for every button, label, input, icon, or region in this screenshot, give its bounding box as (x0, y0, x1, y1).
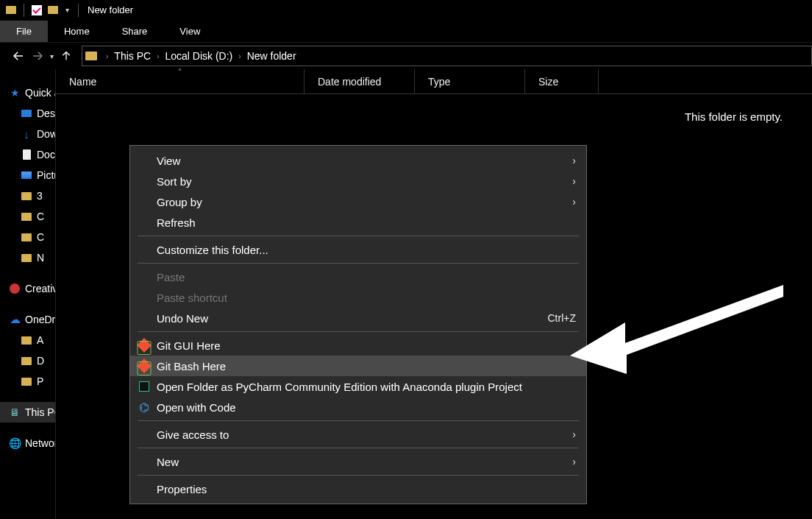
onedrive-icon: ☁ (9, 314, 21, 325)
chevron-right-icon[interactable]: › (234, 52, 245, 60)
sidebar-pictures[interactable]: Pictures (0, 165, 55, 186)
ribbon-tabs: File Home Share View (0, 21, 812, 43)
git-icon (138, 359, 151, 373)
chevron-right-icon: › (572, 428, 576, 440)
sidebar-desktop[interactable]: Desktop (0, 103, 55, 124)
sidebar-item-label: Creative Cloud (25, 283, 55, 294)
ctx-item-label: Git GUI Here (157, 339, 576, 352)
sidebar-folder[interactable]: C (0, 206, 55, 227)
sidebar-item-label: Desktop (37, 107, 55, 119)
ctx-view[interactable]: View › (130, 150, 586, 171)
menu-separator (138, 420, 579, 421)
ctx-item-label: Give access to (157, 428, 572, 441)
titlebar: ▾ New folder (0, 0, 812, 21)
ctx-item-label: Open with Code (157, 401, 576, 414)
sidebar-quick-access[interactable]: ★ Quick access (0, 82, 55, 103)
ctx-git-bash[interactable]: Git Bash Here (130, 356, 586, 376)
ctx-item-label: New (157, 456, 572, 468)
ctx-paste-shortcut: Paste shortcut (130, 287, 586, 308)
ctx-item-label: Paste shortcut (157, 292, 576, 304)
network-icon: 🌐 (9, 437, 21, 449)
chevron-right-icon: › (572, 196, 576, 208)
folder-icon (21, 231, 32, 243)
ctx-group-by[interactable]: Group by › (130, 191, 586, 212)
ctx-properties[interactable]: Properties (130, 479, 586, 499)
sidebar: ★ Quick access Desktop ↓ Downloads Docum… (0, 69, 56, 519)
star-icon: ★ (9, 87, 21, 99)
sidebar-item-label: Downloads (37, 128, 55, 140)
chevron-right-icon[interactable]: › (152, 52, 163, 60)
folder-icon (4, 4, 18, 17)
nav-up-button[interactable] (58, 48, 74, 64)
empty-folder-message: This folder is empty. (685, 110, 783, 123)
ctx-new[interactable]: New › (130, 451, 586, 472)
sidebar-downloads[interactable]: ↓ Downloads (0, 124, 55, 144)
sidebar-onedrive[interactable]: ☁ OneDrive (0, 309, 55, 330)
column-header-type[interactable]: Type (415, 69, 525, 93)
sidebar-item-label: C (37, 211, 44, 222)
nav-history-dropdown-icon[interactable]: ▾ (49, 52, 55, 60)
desktop-icon (21, 107, 32, 119)
sidebar-folder[interactable]: P (0, 371, 55, 392)
folder-icon (21, 190, 32, 202)
folder-icon (21, 375, 32, 387)
ctx-undo-new[interactable]: Undo New Ctrl+Z (130, 308, 586, 328)
document-icon (21, 149, 32, 160)
menu-separator (138, 475, 579, 476)
nav-back-button[interactable] (10, 48, 26, 64)
nav-forward-button[interactable] (29, 48, 46, 64)
column-headers: ˄ Name Date modified Type Size (56, 69, 812, 94)
ctx-item-label: Properties (157, 483, 576, 495)
sidebar-item-label: 3 (37, 190, 43, 202)
folder-icon (21, 355, 32, 367)
chevron-right-icon[interactable]: › (102, 52, 113, 60)
breadcrumb-item[interactable]: Local Disk (D:) (165, 50, 232, 62)
column-header-label: Size (538, 76, 558, 88)
ctx-item-label: Git Bash Here (157, 360, 576, 373)
ctx-pycharm[interactable]: Open Folder as PyCharm Community Edition… (130, 376, 586, 397)
breadcrumb[interactable]: › This PC › Local Disk (D:) › New folder (82, 46, 812, 66)
column-header-label: Type (428, 76, 450, 88)
ctx-give-access[interactable]: Give access to › (130, 424, 586, 445)
tab-home[interactable]: Home (48, 21, 106, 42)
column-header-size[interactable]: Size (525, 69, 599, 93)
tab-view[interactable]: View (163, 21, 216, 42)
sidebar-folder[interactable]: D (0, 350, 55, 371)
ctx-item-label: Paste (157, 271, 576, 283)
column-header-label: Name (69, 76, 96, 88)
qat-dropdown-icon[interactable]: ▾ (63, 6, 72, 14)
ctx-vscode[interactable]: ⌬ Open with Code (130, 397, 586, 417)
sidebar-folder[interactable]: 3 (0, 186, 55, 206)
tab-file[interactable]: File (0, 21, 48, 42)
sidebar-creative-cloud[interactable]: Creative Cloud (0, 278, 55, 299)
sidebar-documents[interactable]: Documents (0, 144, 55, 165)
properties-icon[interactable] (30, 4, 43, 17)
sort-asc-icon: ˄ (178, 68, 182, 76)
column-header-name[interactable]: ˄ Name (56, 69, 304, 93)
sidebar-item-label: Quick access (25, 87, 55, 99)
ctx-customize-folder[interactable]: Customize this folder... (130, 239, 586, 260)
ctx-item-label: Group by (157, 196, 572, 208)
pc-icon: 🖥 (9, 406, 21, 418)
sidebar-item-label: Documents (37, 149, 55, 160)
sidebar-network[interactable]: 🌐 Network (0, 433, 55, 453)
ctx-sort-by[interactable]: Sort by › (130, 171, 586, 191)
ctx-item-shortcut: Ctrl+Z (548, 312, 577, 324)
chevron-right-icon: › (572, 155, 576, 166)
pictures-icon (21, 169, 32, 181)
sidebar-this-pc[interactable]: 🖥 This PC (0, 402, 55, 423)
breadcrumb-item[interactable]: This PC (114, 50, 151, 62)
ctx-git-gui[interactable]: Git GUI Here (130, 335, 586, 356)
column-header-label: Date modified (318, 76, 381, 88)
sidebar-folder[interactable]: C (0, 227, 55, 247)
breadcrumb-item[interactable]: New folder (247, 50, 296, 62)
sidebar-item-label: This PC (25, 406, 55, 418)
sidebar-folder[interactable]: A (0, 330, 55, 350)
folder-icon (21, 334, 32, 346)
tab-share[interactable]: Share (106, 21, 164, 42)
column-header-date[interactable]: Date modified (304, 69, 415, 93)
creative-cloud-icon (9, 283, 21, 294)
sidebar-item-label: Network (25, 437, 55, 449)
ctx-refresh[interactable]: Refresh (130, 212, 586, 233)
sidebar-folder[interactable]: N (0, 247, 55, 268)
